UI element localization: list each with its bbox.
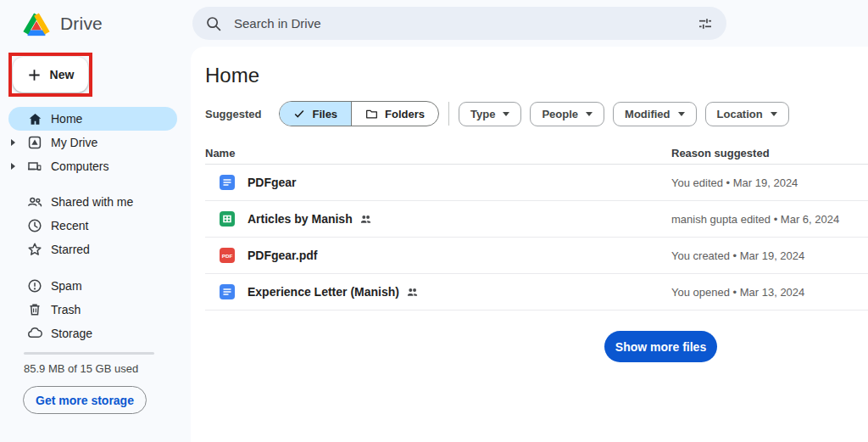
shared-with-me-icon: [27, 194, 42, 210]
sidebar: New Home My Drive Computers: [0, 47, 191, 442]
brand-label: Drive: [60, 14, 103, 34]
file-name: PDFgear: [248, 176, 297, 189]
trash-icon: [27, 302, 42, 317]
sidebar-item-recent[interactable]: Recent: [8, 214, 177, 238]
file-name: Articles by Manish: [248, 212, 353, 226]
search-placeholder: Search in Drive: [234, 16, 697, 31]
table-row[interactable]: PDFgear You edited • Mar 19, 2024: [205, 165, 868, 201]
shared-people-icon: [407, 287, 418, 297]
chevron-down-icon: [771, 112, 777, 116]
files-segment[interactable]: Files: [280, 102, 351, 126]
chevron-down-icon: [678, 112, 685, 116]
sidebar-item-label: Home: [51, 112, 82, 126]
file-name: Experience Letter (Manish): [248, 285, 399, 299]
topbar: Drive Search in Drive: [0, 0, 868, 47]
filter-row: Suggested Files Folders Type: [205, 101, 868, 126]
reason-suggested: You edited • Mar 19, 2024: [671, 176, 798, 189]
storage-usage-text: 85.9 MB of 15 GB used: [24, 362, 138, 375]
sidebar-item-label: Computers: [51, 159, 108, 173]
sidebar-item-my-drive[interactable]: My Drive: [8, 131, 177, 154]
column-header-reason: Reason suggested: [671, 147, 770, 159]
sidebar-item-trash[interactable]: Trash: [8, 298, 177, 322]
type-filter-chip[interactable]: Type: [459, 102, 521, 126]
annotation-red-box: [8, 53, 92, 97]
sidebar-item-home[interactable]: Home: [8, 107, 177, 131]
sidebar-item-label: My Drive: [51, 136, 97, 149]
spam-icon: [27, 278, 42, 294]
chevron-down-icon: [503, 112, 509, 116]
home-icon: [27, 111, 42, 126]
modified-filter-chip[interactable]: Modified: [613, 102, 696, 126]
folder-icon: [365, 108, 378, 120]
table-row[interactable]: Experience Letter (Manish) You opened • …: [205, 274, 868, 311]
recent-clock-icon: [27, 218, 42, 233]
sidebar-item-label: Shared with me: [51, 195, 133, 209]
my-drive-icon: [27, 135, 42, 150]
sidebar-item-label: Spam: [51, 279, 82, 293]
page-title: Home: [205, 64, 868, 87]
files-segment-label: Files: [312, 108, 337, 120]
storage-progress-bar: [24, 352, 154, 355]
chip-label: People: [542, 108, 578, 120]
computers-icon: [27, 159, 42, 174]
star-icon: [27, 242, 42, 257]
google-docs-icon: [219, 283, 236, 300]
suggested-files-table: Name Reason suggested PDFgear You edited…: [205, 143, 868, 311]
drive-brand: Drive: [22, 0, 103, 47]
column-header-name: Name: [205, 147, 671, 159]
chip-label: Type: [470, 108, 495, 120]
cloud-icon: [27, 326, 42, 341]
shared-people-icon: [360, 214, 371, 224]
reason-suggested: You created • Mar 19, 2024: [671, 249, 804, 262]
reason-suggested: You opened • Mar 13, 2024: [671, 286, 804, 299]
suggested-label: Suggested: [205, 108, 261, 120]
files-folders-toggle: Files Folders: [279, 101, 439, 126]
folders-segment[interactable]: Folders: [351, 102, 438, 126]
search-icon[interactable]: [205, 15, 222, 32]
chip-label: Modified: [625, 108, 670, 120]
pdf-file-icon: PDF: [219, 247, 236, 264]
svg-text:PDF: PDF: [222, 253, 233, 259]
drive-logo-icon: [22, 10, 51, 36]
reason-suggested: manish gupta edited • Mar 6, 2024: [671, 213, 839, 226]
folders-segment-label: Folders: [385, 108, 425, 120]
expand-arrow-icon[interactable]: [11, 163, 15, 170]
filter-divider: [448, 102, 449, 126]
people-filter-chip[interactable]: People: [530, 102, 604, 126]
file-name: PDFgear.pdf: [248, 249, 317, 262]
sidebar-item-label: Trash: [51, 303, 81, 316]
table-row[interactable]: Articles by Manish manish gupta edited •…: [205, 201, 868, 238]
sidebar-item-label: Recent: [51, 219, 88, 232]
google-docs-icon: [219, 174, 236, 191]
search-input[interactable]: Search in Drive: [192, 7, 726, 40]
sidebar-item-computers[interactable]: Computers: [8, 154, 177, 178]
show-more-files-button[interactable]: Show more files: [604, 331, 717, 362]
table-header: Name Reason suggested: [205, 143, 868, 165]
sidebar-item-storage[interactable]: Storage: [8, 322, 177, 345]
sidebar-item-shared-with-me[interactable]: Shared with me: [8, 190, 177, 214]
filter-chips: Type People Modified Location: [459, 102, 789, 126]
sidebar-item-label: Storage: [51, 327, 92, 340]
advanced-search-tune-icon[interactable]: [697, 15, 714, 32]
sidebar-item-starred[interactable]: Starred: [8, 238, 177, 261]
table-row[interactable]: PDF PDFgear.pdf You created • Mar 19, 20…: [205, 238, 868, 274]
check-icon: [293, 108, 305, 120]
location-filter-chip[interactable]: Location: [705, 102, 789, 126]
google-sheets-icon: [219, 210, 236, 227]
chevron-down-icon: [586, 112, 593, 116]
sidebar-item-spam[interactable]: Spam: [8, 274, 177, 298]
chip-label: Location: [717, 108, 763, 120]
get-more-storage-button[interactable]: Get more storage: [23, 386, 147, 414]
sidebar-nav: Home My Drive Computers Shared with me: [0, 107, 191, 345]
main-panel: Home Suggested Files Folders Type: [191, 47, 868, 442]
expand-arrow-icon[interactable]: [11, 139, 15, 146]
sidebar-item-label: Starred: [51, 243, 90, 256]
